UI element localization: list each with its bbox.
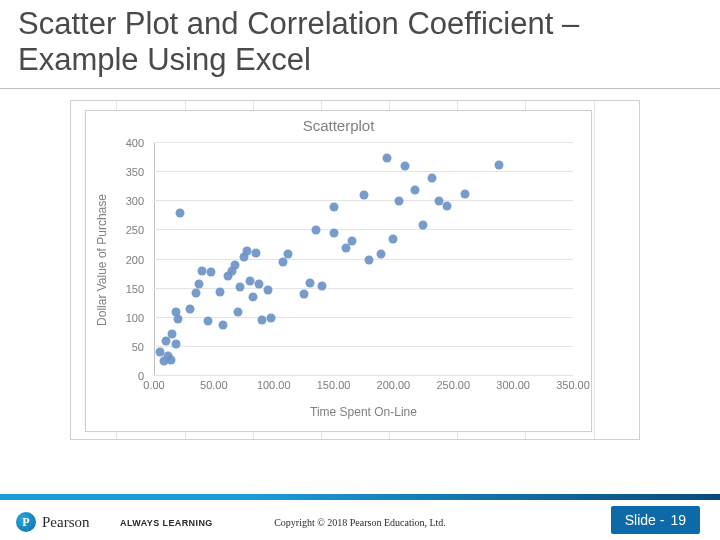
y-tick-label: 350 [126,166,144,178]
data-point [219,320,228,329]
data-point [305,278,314,287]
grid-line [154,375,573,376]
y-tick-label: 100 [126,312,144,324]
data-point [197,267,206,276]
slide-number: 19 [670,512,686,528]
data-point [176,208,185,217]
data-point [173,314,182,323]
y-tick-label: 300 [126,195,144,207]
data-point [311,226,320,235]
data-point [383,153,392,162]
data-point [347,236,356,245]
data-point [317,281,326,290]
data-point [167,330,176,339]
y-axis-ticks: 050100150200250300350400 [86,143,150,376]
x-tick-label: 250.00 [436,379,470,391]
y-tick-label: 250 [126,224,144,236]
grid-line [154,171,573,172]
data-point [395,197,404,206]
data-point [494,160,503,169]
data-point [231,261,240,270]
x-axis-ticks: 0.0050.00100.00150.00200.00250.00300.003… [154,379,573,395]
data-point [279,258,288,267]
data-point [251,248,260,257]
data-point [443,201,452,210]
data-point [257,315,266,324]
data-point [195,279,204,288]
slide-label: Slide - [625,512,665,528]
data-point [249,293,258,302]
data-point [427,173,436,182]
grid-line [154,142,573,143]
data-point [203,316,212,325]
slide: Scatter Plot and Correlation Coefficient… [0,0,720,540]
data-point [207,268,216,277]
data-point [215,287,224,296]
y-tick-label: 200 [126,254,144,266]
data-point [263,285,272,294]
data-point [329,203,338,212]
data-point [284,249,293,258]
y-tick-label: 150 [126,283,144,295]
grid-line [154,200,573,201]
data-point [166,355,175,364]
data-point [365,255,374,264]
data-point [359,191,368,200]
data-point [236,283,245,292]
x-tick-label: 0.00 [143,379,164,391]
x-tick-label: 150.00 [317,379,351,391]
x-tick-label: 100.00 [257,379,291,391]
data-point [245,277,254,286]
grid-line [154,346,573,347]
page-title: Scatter Plot and Correlation Coefficient… [18,6,702,77]
y-tick-label: 400 [126,137,144,149]
data-point [419,220,428,229]
footer: P Pearson ALWAYS LEARNING Copyright © 20… [0,500,720,540]
scatter-chart: Scatterplot Dollar Value of Purchase 050… [85,110,592,432]
data-point [171,339,180,348]
data-point [185,305,194,314]
y-tick-label: 50 [132,341,144,353]
y-axis-line [154,143,155,376]
data-point [401,162,410,171]
chart-title: Scatterplot [86,117,591,134]
x-tick-label: 50.00 [200,379,228,391]
data-point [267,313,276,322]
data-point [299,290,308,299]
data-point [255,279,264,288]
title-divider [0,88,720,89]
data-point [461,190,470,199]
data-point [410,185,419,194]
data-point [191,289,200,298]
slide-number-badge: Slide - 19 [611,506,700,534]
x-tick-label: 350.00 [556,379,590,391]
grid-line [154,229,573,230]
data-point [377,249,386,258]
data-point [233,307,242,316]
x-axis-label: Time Spent On-Line [154,405,573,419]
plot-area [154,143,573,376]
data-point [389,235,398,244]
x-tick-label: 300.00 [496,379,530,391]
grid-line [154,317,573,318]
grid-line [154,259,573,260]
x-tick-label: 200.00 [377,379,411,391]
data-point [329,229,338,238]
